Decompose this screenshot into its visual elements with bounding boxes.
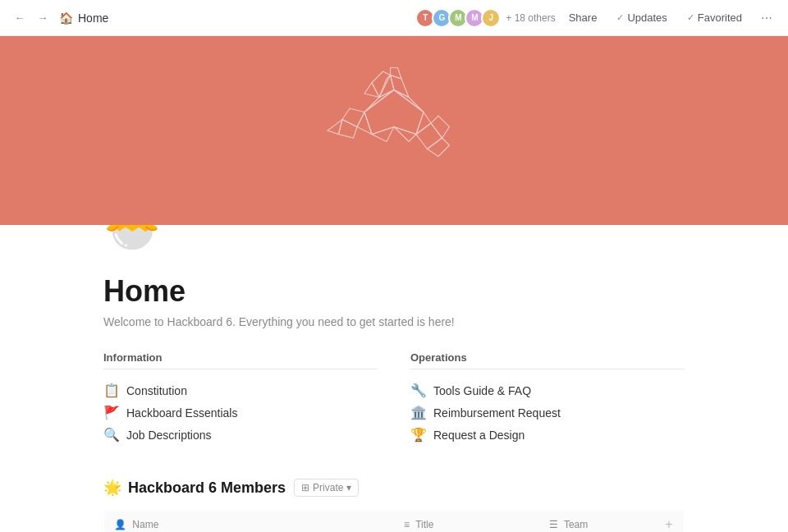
svg-marker-2 bbox=[364, 90, 394, 112]
svg-marker-7 bbox=[342, 108, 364, 127]
add-column-button[interactable]: + bbox=[665, 517, 672, 531]
constitution-label: Constitution bbox=[126, 384, 187, 397]
col-header-team: ☰ Team bbox=[539, 511, 655, 533]
job-descriptions-icon: 🔍 bbox=[103, 427, 120, 443]
page-content: 🐣 Home Welcome to Hackboard 6. Everythin… bbox=[25, 202, 763, 532]
svg-marker-1 bbox=[394, 90, 424, 112]
info-link-job-descriptions[interactable]: 🔍 Job Descriptions bbox=[103, 424, 378, 446]
page-title-label: Home bbox=[78, 11, 108, 25]
person-icon: 👤 bbox=[114, 519, 126, 530]
members-title-text: Hackboard 6 Members bbox=[128, 479, 286, 497]
hackboard-essentials-icon: 🚩 bbox=[103, 405, 120, 420]
info-link-constitution[interactable]: 📋 Constitution bbox=[103, 379, 378, 401]
tools-guide-icon: 🔧 bbox=[410, 383, 427, 398]
page-title-bar: 🏠 Home bbox=[59, 11, 419, 25]
private-badge[interactable]: ⊞ Private ▾ bbox=[294, 479, 359, 497]
table-header-row: 👤 Name ≡ Title ☰ Team + bbox=[104, 511, 685, 533]
check-icon: ✓ bbox=[616, 12, 624, 23]
col-header-name: 👤 Name bbox=[104, 511, 395, 533]
job-descriptions-label: Job Descriptions bbox=[126, 429, 212, 442]
avatar-stack: T G M M J + 18 others bbox=[419, 8, 555, 28]
members-star-icon: 🌟 bbox=[103, 479, 121, 497]
updates-button[interactable]: ✓ Updates bbox=[610, 8, 673, 27]
col-header-add[interactable]: + bbox=[655, 511, 684, 533]
members-header: 🌟 Hackboard 6 Members ⊞ Private ▾ bbox=[103, 479, 685, 497]
members-section: 🌟 Hackboard 6 Members ⊞ Private ▾ 👤 Name… bbox=[103, 479, 685, 532]
top-bar: ← → 🏠 Home T G M M J + 18 others Share ✓… bbox=[0, 0, 788, 36]
favorited-button[interactable]: ✓ Favorited bbox=[680, 8, 749, 27]
svg-marker-12 bbox=[428, 138, 450, 157]
page-subtitle: Welcome to Hackboard 6. Everything you n… bbox=[103, 315, 685, 328]
design-label: Request a Design bbox=[433, 429, 525, 442]
info-link-tools-guide[interactable]: 🔧 Tools Guide & FAQ bbox=[410, 379, 685, 401]
design-icon: 🏆 bbox=[410, 427, 427, 443]
updates-label: Updates bbox=[627, 11, 667, 24]
cover-image bbox=[0, 36, 788, 225]
operations-col: Operations 🔧 Tools Guide & FAQ 🏛️ Reimbu… bbox=[410, 351, 685, 446]
svg-marker-10 bbox=[416, 123, 442, 149]
tools-guide-label: Tools Guide & FAQ bbox=[433, 384, 531, 397]
back-button[interactable]: ← bbox=[10, 8, 30, 28]
hackboard-essentials-label: Hackboard Essentials bbox=[126, 406, 237, 420]
svg-marker-4 bbox=[394, 127, 416, 142]
members-title: 🌟 Hackboard 6 Members bbox=[103, 479, 286, 497]
grid-icon: ⊞ bbox=[301, 482, 309, 493]
svg-marker-11 bbox=[431, 116, 450, 138]
svg-marker-14 bbox=[379, 76, 394, 98]
forward-button[interactable]: → bbox=[33, 8, 53, 28]
cover-bird-svg bbox=[320, 65, 468, 196]
nav-arrows: ← → bbox=[10, 8, 53, 28]
reimbursement-label: Reimbursement Request bbox=[433, 406, 561, 420]
constitution-icon: 📋 bbox=[103, 383, 120, 398]
text-icon: ≡ bbox=[404, 519, 410, 530]
list-icon: ☰ bbox=[549, 519, 558, 530]
info-section: Information 📋 Constitution 🚩 Hackboard E… bbox=[103, 351, 685, 446]
share-label: Share bbox=[569, 11, 598, 24]
information-col: Information 📋 Constitution 🚩 Hackboard E… bbox=[103, 351, 378, 446]
others-count: + 18 others bbox=[506, 12, 555, 24]
svg-marker-5 bbox=[372, 127, 394, 142]
private-label: Private bbox=[313, 482, 343, 493]
page-title: Home bbox=[103, 258, 685, 309]
reimbursement-icon: 🏛️ bbox=[410, 405, 427, 420]
info-link-reimbursement[interactable]: 🏛️ Reimbursement Request bbox=[410, 401, 685, 424]
svg-marker-9 bbox=[328, 120, 342, 135]
members-table: 👤 Name ≡ Title ☰ Team + bbox=[103, 510, 685, 532]
favorited-check-icon: ✓ bbox=[687, 12, 694, 23]
information-title: Information bbox=[103, 351, 378, 369]
col-header-title: ≡ Title bbox=[394, 511, 539, 533]
svg-marker-17 bbox=[364, 83, 379, 98]
info-link-design[interactable]: 🏆 Request a Design bbox=[410, 424, 685, 446]
more-options-button[interactable]: ⋯ bbox=[755, 7, 778, 30]
favorited-label: Favorited bbox=[698, 11, 742, 24]
page-icon-small: 🏠 bbox=[59, 11, 73, 25]
chevron-down-icon: ▾ bbox=[346, 482, 351, 493]
svg-marker-15 bbox=[391, 68, 402, 80]
info-link-hackboard-essentials[interactable]: 🚩 Hackboard Essentials bbox=[103, 401, 378, 424]
share-button[interactable]: Share bbox=[562, 8, 604, 27]
operations-title: Operations bbox=[410, 351, 685, 369]
top-bar-right: T G M M J + 18 others Share ✓ Updates ✓ … bbox=[419, 7, 778, 30]
avatar-4: J bbox=[481, 8, 501, 28]
svg-marker-3 bbox=[416, 112, 431, 135]
